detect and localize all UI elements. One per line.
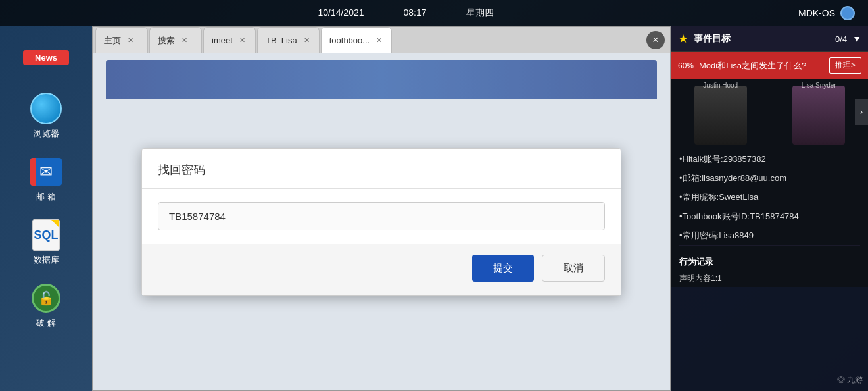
dialog-actions: 提交 取消 [142, 244, 621, 295]
submit-button[interactable]: 提交 [472, 255, 534, 282]
database-icon-box: SQL [30, 219, 62, 251]
alert-text: Modi和Lisa之间发生了什么? [699, 60, 824, 72]
event-alert: 60% Modi和Lisa之间发生了什么? 推理> [671, 52, 868, 79]
tab-imeet-close[interactable]: ✕ [238, 35, 247, 46]
browser-icon [30, 93, 62, 124]
expand-button[interactable]: › [855, 99, 868, 125]
tab-homepage-label: 主页 [104, 35, 121, 47]
hack-icon-box: 🔓 [30, 282, 62, 315]
event-header: ★ 事件目标 0/4 ▼ [671, 26, 868, 52]
watermark: ◎ 九游 [837, 375, 863, 386]
info-item-toothbook-id: •Toothbook账号ID:TB15874784 [679, 207, 860, 226]
tab-toothbook-close[interactable]: ✕ [375, 35, 383, 46]
char-male-image [694, 86, 747, 145]
hack-icon: 🔓 [32, 284, 60, 313]
topbar-right: MDK-OS [798, 6, 855, 20]
tab-toothbook[interactable]: toothboo... ✕ [321, 27, 392, 53]
sidebar: News 浏览器 邮 箱 SQL [0, 26, 92, 391]
event-title: 事件目标 [694, 33, 830, 45]
database-icon: SQL [32, 219, 60, 251]
character-area: Justin Hood Lisa Snyder › [671, 79, 868, 145]
char-card-male: Justin Hood [671, 79, 770, 145]
event-progress: 0/4 [835, 34, 847, 44]
reasoning-button[interactable]: 推理> [829, 57, 861, 74]
alert-percent: 60% [678, 61, 694, 70]
tab-homepage-close[interactable]: ✕ [126, 35, 135, 46]
browser-content: 找回密码 提交 取消 [93, 53, 670, 390]
behavior-header: 行为记录 [671, 251, 868, 271]
tab-tblisa-close[interactable]: ✕ [302, 35, 311, 46]
info-item-password: •常用密码:Lisa8849 [679, 226, 860, 246]
tab-search-close[interactable]: ✕ [180, 35, 189, 46]
mail-icon [30, 158, 62, 186]
char-female-label: Lisa Snyder [802, 82, 836, 89]
dialog-box: 找回密码 提交 取消 [141, 148, 621, 296]
topbar-center: 10/14/2021 08:17 星期四 [318, 7, 493, 19]
sidebar-item-mail[interactable]: 邮 箱 [0, 147, 92, 211]
info-item-hitalk: •Hitalk账号:293857382 [679, 150, 860, 169]
hack-label: 破 解 [36, 317, 56, 329]
tab-imeet[interactable]: imeet ✕ [203, 27, 256, 53]
news-badge: News [23, 50, 69, 65]
star-icon: ★ [678, 32, 688, 46]
tab-imeet-label: imeet [212, 36, 233, 45]
tab-bar: 主页 ✕ 搜索 ✕ imeet ✕ TB_Lisa ✕ toothboo... … [93, 27, 670, 53]
mail-icon-box [30, 155, 62, 188]
dialog-title: 找回密码 [142, 149, 621, 189]
tab-tblisa-label: TB_Lisa [266, 36, 297, 45]
sidebar-item-news[interactable]: News [0, 33, 92, 84]
browser-label: 浏览器 [34, 128, 59, 140]
topbar-weekday: 星期四 [466, 7, 494, 19]
tab-search-label: 搜索 [158, 35, 175, 47]
account-input[interactable] [158, 202, 605, 230]
desktop: 10/14/2021 08:17 星期四 MDK-OS News 浏览器 [0, 0, 868, 391]
cancel-button[interactable]: 取消 [542, 255, 605, 282]
char-female-image [792, 86, 845, 145]
tab-tblisa[interactable]: TB_Lisa ✕ [257, 27, 320, 53]
browser-window: 主页 ✕ 搜索 ✕ imeet ✕ TB_Lisa ✕ toothboo... … [92, 26, 671, 391]
browser-icon-box [30, 92, 62, 125]
topbar-date: 10/14/2021 [318, 7, 364, 19]
mail-label: 邮 箱 [36, 191, 56, 203]
topbar-time: 08:17 [404, 7, 427, 19]
info-item-nickname: •常用昵称:SweetLisa [679, 188, 860, 207]
topbar-os-label: MDK-OS [798, 8, 835, 18]
chevron-down-icon[interactable]: ▼ [852, 34, 861, 44]
database-label: 数据库 [34, 254, 59, 266]
dialog-overlay: 找回密码 提交 取消 [93, 53, 670, 390]
right-panel: ★ 事件目标 0/4 ▼ 60% Modi和Lisa之间发生了什么? 推理> J… [671, 26, 868, 391]
dialog-input-area [142, 189, 621, 244]
tab-search[interactable]: 搜索 ✕ [149, 27, 202, 53]
tab-toothbook-label: toothboo... [329, 36, 370, 45]
news-icon-box: News [30, 41, 62, 74]
mdk-logo-icon [840, 6, 855, 20]
behavior-item: 声明内容1:1 [671, 271, 868, 287]
sidebar-item-browser[interactable]: 浏览器 [0, 84, 92, 147]
info-item-email: •邮箱:lisasnyder88@uu.com [679, 169, 860, 188]
char-card-female: Lisa Snyder [770, 79, 869, 145]
tab-homepage[interactable]: 主页 ✕ [95, 27, 148, 53]
info-list: •Hitalk账号:293857382 •邮箱:lisasnyder88@uu.… [671, 145, 868, 251]
sidebar-item-hack[interactable]: 🔓 破 解 [0, 274, 92, 337]
close-all-button[interactable]: × [646, 31, 665, 49]
char-male-label: Justin Hood [703, 82, 738, 89]
sidebar-item-database[interactable]: SQL 数据库 [0, 211, 92, 274]
topbar: 10/14/2021 08:17 星期四 MDK-OS [0, 0, 868, 26]
